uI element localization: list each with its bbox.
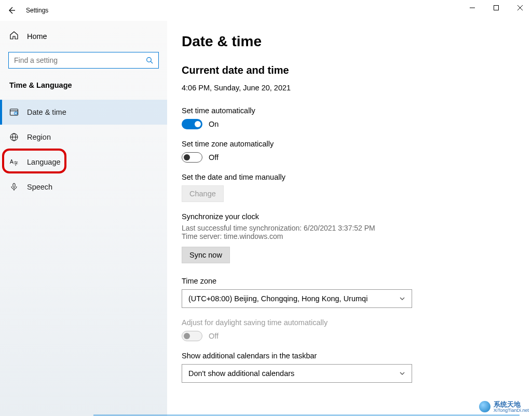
watermark: 系统天地 XiTongTianDi.net [479,401,529,413]
svg-rect-16 [13,183,15,187]
set-tz-auto-state: Off [209,153,219,162]
sidebar-item-date-time[interactable]: Date & time [0,100,167,125]
current-datetime-heading: Current date and time [182,64,520,76]
svg-rect-1 [494,6,499,10]
change-button: Change [182,185,224,202]
manual-set-label: Set the date and time manually [182,173,520,181]
search-input[interactable] [14,56,146,64]
sidebar-item-language[interactable]: A字 Language [0,150,167,175]
chevron-down-icon [399,296,405,302]
svg-line-5 [151,61,153,63]
sidebar-item-speech[interactable]: Speech [0,175,167,199]
sync-now-button[interactable]: Sync now [182,247,230,263]
svg-text:A: A [10,159,13,165]
timezone-label: Time zone [182,277,520,285]
set-tz-auto-label: Set time zone automatically [182,140,520,148]
sidebar-item-label: Date & time [27,108,66,116]
home-icon [9,31,19,42]
sidebar-home-label: Home [27,32,47,41]
dst-label: Adjust for daylight saving time automati… [182,318,520,327]
minimize-icon [470,5,475,10]
search-icon [146,57,153,64]
set-time-auto-toggle[interactable] [182,119,202,129]
svg-text:字: 字 [13,161,18,166]
set-time-auto-label: Set time automatically [182,106,520,115]
sync-heading: Synchronize your clock [182,212,520,221]
sync-last: Last successful time synchronization: 6/… [182,224,520,232]
dst-state: Off [209,332,219,340]
back-button[interactable] [0,0,23,21]
page-title: Date & time [182,33,520,50]
window-title: Settings [26,7,48,14]
sync-server: Time server: time.windows.com [182,232,520,240]
watermark-en: XiTongTianDi.net [494,408,529,413]
minimize-button[interactable] [460,0,484,16]
timezone-value: (UTC+08:00) Beijing, Chongqing, Hong Kon… [188,294,367,303]
dst-toggle [182,331,202,341]
watermark-cn: 系统天地 [494,401,529,408]
timezone-select[interactable]: (UTC+08:00) Beijing, Chongqing, Hong Kon… [182,289,412,308]
sidebar-group-title: Time & Language [0,75,167,95]
watermark-globe-icon [479,401,490,412]
current-datetime-value: 4:06 PM, Sunday, June 20, 2021 [182,84,520,92]
sidebar: Home Time & Language Date & time Region [0,21,167,416]
close-button[interactable] [508,0,532,16]
search-input-wrap[interactable] [8,52,159,69]
sidebar-item-label: Speech [27,183,52,191]
calendars-label: Show additional calendars in the taskbar [182,352,520,360]
sidebar-item-label: Language [27,158,61,166]
set-tz-auto-toggle[interactable] [182,152,202,163]
language-icon: A字 [9,157,19,167]
microphone-icon [9,182,19,192]
sidebar-home[interactable]: Home [0,25,167,48]
maximize-icon [494,5,499,10]
set-time-auto-state: On [209,120,219,128]
sidebar-item-region[interactable]: Region [0,125,167,150]
close-icon [517,5,523,10]
back-arrow-icon [7,6,16,15]
maximize-button[interactable] [484,0,508,16]
globe-icon [9,132,19,142]
svg-point-4 [147,58,152,62]
calendars-value: Don't show additional calendars [188,369,294,378]
date-time-icon [9,108,19,117]
content-pane: Date & time Current date and time 4:06 P… [167,21,532,416]
calendars-select[interactable]: Don't show additional calendars [182,364,412,383]
chevron-down-icon [399,370,405,377]
titlebar: Settings [0,0,532,21]
sidebar-item-label: Region [27,133,51,141]
